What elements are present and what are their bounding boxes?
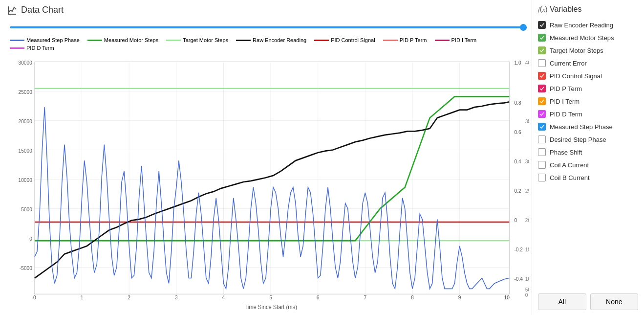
page-title: Data Chart bbox=[21, 5, 64, 15]
var-measured-step-phase[interactable]: Measured Step Phase bbox=[538, 121, 638, 132]
var-checkbox-measured-motor-steps[interactable] bbox=[538, 34, 546, 42]
svg-text:250: 250 bbox=[525, 187, 529, 193]
legend-line bbox=[87, 40, 102, 41]
svg-text:-0.2: -0.2 bbox=[514, 247, 523, 252]
legend-line bbox=[10, 47, 24, 49]
var-label-measured-step-phase: Measured Step Phase bbox=[550, 123, 613, 131]
var-raw-encoder[interactable]: Raw Encoder Reading bbox=[538, 20, 638, 30]
svg-text:5000: 5000 bbox=[21, 206, 32, 212]
svg-rect-59 bbox=[35, 62, 509, 294]
var-checkbox-phase-shift[interactable] bbox=[538, 148, 546, 156]
legend-container: Measured Step Phase Measured Motor Steps… bbox=[5, 35, 532, 53]
legend-target-motor-steps: Target Motor Steps bbox=[166, 37, 228, 43]
var-phase-shift[interactable]: Phase Shift bbox=[538, 147, 638, 158]
svg-text:1: 1 bbox=[81, 294, 84, 300]
svg-text:9: 9 bbox=[458, 294, 461, 300]
legend-line bbox=[383, 40, 398, 41]
var-checkbox-target-motor-steps[interactable] bbox=[538, 46, 546, 54]
var-coil-a-current[interactable]: Coil A Current bbox=[538, 159, 638, 170]
var-label-target-motor-steps: Target Motor Steps bbox=[550, 47, 603, 54]
sidebar-buttons: All None bbox=[538, 289, 638, 310]
svg-text:4: 4 bbox=[222, 294, 225, 300]
legend-label: Target Motor Steps bbox=[183, 37, 228, 43]
legend-line bbox=[435, 40, 450, 41]
sidebar: 𝑓(𝑥) Variables Raw Encoder Reading Measu… bbox=[532, 0, 644, 315]
var-current-error[interactable]: Current Error bbox=[538, 58, 638, 68]
var-label-coil-b-current: Coil B Current bbox=[550, 174, 590, 181]
svg-text:10000: 10000 bbox=[19, 177, 32, 183]
svg-text:150: 150 bbox=[525, 247, 529, 252]
sidebar-title: 𝑓(𝑥) Variables bbox=[538, 5, 638, 14]
svg-text:15000: 15000 bbox=[19, 148, 32, 154]
var-label-current-error: Current Error bbox=[550, 60, 587, 67]
var-checkbox-measured-step-phase[interactable] bbox=[538, 123, 546, 131]
legend-line bbox=[236, 40, 251, 41]
var-desired-step-phase[interactable]: Desired Step Phase bbox=[538, 134, 638, 145]
var-checkbox-desired-step-phase[interactable] bbox=[538, 135, 546, 143]
svg-text:200: 200 bbox=[525, 217, 529, 223]
svg-text:1.0: 1.0 bbox=[514, 59, 521, 65]
var-label-coil-a-current: Coil A Current bbox=[550, 161, 589, 169]
var-checkbox-pid-control[interactable] bbox=[538, 72, 546, 80]
var-label-pid-d: PID D Term bbox=[550, 111, 582, 118]
chart-icon bbox=[7, 5, 17, 15]
svg-text:0: 0 bbox=[33, 294, 36, 300]
var-label-desired-step-phase: Desired Step Phase bbox=[550, 136, 606, 143]
all-button[interactable]: All bbox=[538, 293, 586, 310]
var-label-phase-shift: Phase Shift bbox=[550, 149, 582, 156]
svg-text:400: 400 bbox=[525, 59, 529, 65]
legend-label: PID D Term bbox=[26, 45, 54, 51]
var-measured-motor-steps[interactable]: Measured Motor Steps bbox=[538, 32, 638, 43]
legend-label: Raw Encoder Reading bbox=[253, 37, 306, 43]
svg-text:5: 5 bbox=[269, 294, 272, 300]
time-range-slider[interactable] bbox=[10, 26, 527, 28]
legend-label: Measured Step Phase bbox=[26, 37, 80, 43]
svg-text:3: 3 bbox=[175, 294, 178, 300]
svg-text:Time Since Start (ms): Time Since Start (ms) bbox=[244, 303, 297, 310]
title-bar: Data Chart bbox=[5, 5, 532, 15]
var-checkbox-current-error[interactable] bbox=[538, 59, 546, 67]
svg-text:20000: 20000 bbox=[19, 118, 32, 124]
svg-text:30000: 30000 bbox=[19, 59, 32, 65]
var-pid-p[interactable]: PID P Term bbox=[538, 83, 638, 94]
svg-text:-5000: -5000 bbox=[20, 265, 32, 271]
svg-text:7: 7 bbox=[364, 294, 367, 300]
svg-text:-0.4: -0.4 bbox=[514, 276, 523, 282]
chart-svg: 30000 25000 20000 15000 10000 5000 0 -50… bbox=[7, 54, 529, 310]
svg-text:0: 0 bbox=[514, 217, 517, 223]
legend-pid-d: PID D Term bbox=[10, 45, 54, 51]
var-checkbox-pid-p[interactable] bbox=[538, 85, 546, 92]
slider-container[interactable] bbox=[5, 19, 532, 33]
var-pid-control[interactable]: PID Control Signal bbox=[538, 70, 638, 81]
legend-measured-step-phase: Measured Step Phase bbox=[10, 37, 80, 43]
var-checkbox-coil-a-current[interactable] bbox=[538, 161, 546, 169]
var-checkbox-pid-d[interactable] bbox=[538, 110, 546, 118]
legend-measured-motor-steps: Measured Motor Steps bbox=[87, 37, 158, 43]
svg-text:0.8: 0.8 bbox=[514, 99, 521, 105]
var-target-motor-steps[interactable]: Target Motor Steps bbox=[538, 45, 638, 56]
legend-pid-p: PID P Term bbox=[383, 37, 427, 43]
var-checkbox-coil-b-current[interactable] bbox=[538, 174, 546, 181]
svg-text:2: 2 bbox=[128, 294, 130, 300]
legend-raw-encoder: Raw Encoder Reading bbox=[236, 37, 306, 43]
svg-text:100: 100 bbox=[525, 276, 529, 282]
none-button[interactable]: None bbox=[590, 293, 639, 310]
legend-label: PID P Term bbox=[400, 37, 427, 43]
legend-pid-control: PID Control Signal bbox=[314, 37, 375, 43]
var-coil-b-current[interactable]: Coil B Current bbox=[538, 172, 638, 183]
legend-label: PID Control Signal bbox=[331, 37, 375, 43]
svg-text:0.6: 0.6 bbox=[514, 129, 521, 135]
legend-line bbox=[10, 40, 24, 41]
svg-text:10: 10 bbox=[504, 294, 510, 300]
main-area: Data Chart Measured Step Phase Measured … bbox=[0, 0, 532, 315]
var-label-measured-motor-steps: Measured Motor Steps bbox=[550, 34, 614, 42]
var-checkbox-raw-encoder[interactable] bbox=[538, 21, 546, 29]
svg-text:𝑓(𝑥): 𝑓(𝑥) bbox=[538, 5, 547, 13]
legend-pid-i: PID I Term bbox=[435, 37, 477, 43]
chart-wrapper: 30000 25000 20000 15000 10000 5000 0 -50… bbox=[5, 54, 532, 310]
var-pid-d[interactable]: PID D Term bbox=[538, 109, 638, 119]
svg-text:8: 8 bbox=[411, 294, 414, 300]
var-pid-i[interactable]: PID I Term bbox=[538, 96, 638, 107]
svg-text:6: 6 bbox=[317, 294, 320, 300]
var-checkbox-pid-i[interactable] bbox=[538, 97, 546, 105]
